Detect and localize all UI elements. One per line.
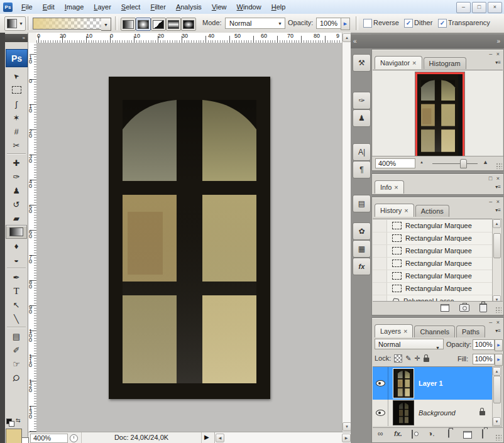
rectangular-marquee-tool[interactable] — [6, 83, 27, 97]
type-tool[interactable]: T — [6, 284, 27, 298]
clone-stamp-tool[interactable]: ♟ — [6, 183, 27, 197]
zoom-in-icon[interactable]: ▲ — [483, 159, 488, 165]
lock-transparency-icon[interactable] — [394, 354, 402, 363]
panel-window-buttons[interactable]: □ × — [489, 175, 501, 182]
tab-close-icon[interactable]: × — [412, 59, 416, 67]
adjustment-layer-icon[interactable]: ◑. — [428, 429, 435, 438]
notes-tool[interactable]: ▤ — [6, 329, 27, 343]
tab-paths[interactable]: Paths — [456, 325, 485, 337]
history-state[interactable]: Rectangular Marquee — [373, 244, 494, 258]
new-document-from-state-button[interactable] — [441, 304, 449, 312]
diamond-gradient-button[interactable] — [181, 18, 196, 31]
menu-edit[interactable]: Edit — [38, 1, 60, 13]
history-source-well[interactable] — [373, 232, 387, 244]
new-group-icon[interactable] — [448, 429, 449, 438]
hand-tool[interactable]: ☞ — [6, 357, 27, 371]
delete-layer-icon[interactable] — [482, 429, 483, 439]
menu-select[interactable]: Select — [116, 1, 146, 13]
status-menu-arrow[interactable]: ▶ — [204, 434, 209, 440]
history-state[interactable]: Rectangular Marquee — [373, 232, 494, 245]
menu-layer[interactable]: Layer — [89, 1, 116, 13]
gradient-preview[interactable] — [33, 18, 102, 30]
move-tool[interactable]: ➤ — [6, 69, 27, 83]
navigator-proxy-view[interactable] — [415, 72, 464, 161]
blend-mode-select[interactable]: Normal ▼ — [375, 339, 444, 349]
character-panel-button[interactable]: A| — [353, 143, 371, 161]
layer-row-background[interactable]: Background — [373, 400, 494, 426]
menu-file[interactable]: File — [16, 1, 38, 13]
paragraph-panel-button[interactable]: ¶ — [353, 161, 371, 178]
close-button[interactable]: × — [488, 2, 502, 13]
tab-info[interactable]: Info× — [375, 180, 404, 194]
new-snapshot-button[interactable] — [459, 304, 469, 312]
blur-tool[interactable]: ♦ — [6, 239, 27, 253]
horizontal-scrollbar[interactable]: ◀ ▶ — [214, 432, 351, 443]
clone-source-panel-button[interactable]: ♟ — [353, 109, 371, 127]
minimize-button[interactable]: – — [456, 2, 471, 13]
angle-gradient-button[interactable] — [151, 18, 166, 31]
pen-tool[interactable]: ✒ — [6, 270, 27, 284]
minimize-icon[interactable]: – — [489, 319, 493, 325]
zoom-tool[interactable]: Ϙ — [6, 371, 27, 385]
tab-histogram[interactable]: Histogram — [424, 57, 466, 69]
history-state[interactable]: Rectangular Marquee — [373, 257, 494, 270]
tab-channels[interactable]: Channels — [414, 325, 454, 337]
tool-presets-panel-button[interactable]: ⚒ — [353, 54, 371, 72]
tab-actions[interactable]: Actions — [415, 205, 449, 217]
layer-thumbnail[interactable] — [393, 401, 414, 425]
canvas-area[interactable] — [36, 43, 342, 432]
panel-resize-grip[interactable] — [495, 307, 501, 313]
close-icon[interactable]: × — [496, 319, 501, 325]
default-colors-widget[interactable]: ⇆ — [6, 417, 23, 427]
layers-scrollbar[interactable]: ▲ ▼ — [492, 366, 502, 427]
panel-menu-icon[interactable]: ▾≡ — [495, 60, 501, 65]
minimize-icon[interactable]: – — [489, 51, 493, 57]
tab-navigator[interactable]: Navigator× — [375, 56, 422, 69]
scroll-down-icon[interactable]: ▼ — [493, 417, 501, 426]
healing-brush-tool[interactable]: ✚ — [6, 156, 27, 170]
panel-window-buttons[interactable]: – × — [489, 199, 501, 205]
styles-panel-button[interactable]: fx — [353, 258, 371, 275]
lock-position-icon[interactable]: ✛ — [415, 354, 420, 363]
scroll-up-icon[interactable]: ▲ — [493, 219, 501, 228]
panel-dock-header[interactable]: » — [371, 35, 504, 48]
menu-window[interactable]: Window — [232, 1, 266, 13]
scroll-down-icon[interactable]: ▼ — [342, 422, 351, 431]
history-state[interactable]: Rectangular Marquee — [373, 270, 494, 283]
eyedropper-tool[interactable]: ✐ — [6, 343, 27, 357]
tab-close-icon[interactable]: × — [394, 183, 398, 191]
panel-menu-icon[interactable]: ▾≡ — [495, 207, 501, 213]
history-source-well[interactable] — [373, 283, 387, 295]
dock-collapse-header[interactable]: « — [351, 35, 371, 48]
fill-slider-arrow[interactable]: ▶ — [495, 354, 503, 366]
close-icon[interactable]: × — [496, 199, 501, 205]
gradient-tool-selected[interactable] — [6, 225, 27, 239]
brush-tool[interactable]: ✑ — [6, 170, 27, 183]
link-layers-icon[interactable]: ∞ — [378, 429, 383, 438]
panel-window-buttons[interactable]: – × — [489, 51, 501, 57]
zoom-level-field[interactable]: 400% — [30, 434, 68, 443]
menu-view[interactable]: View — [207, 1, 232, 13]
tab-close-icon[interactable]: × — [404, 207, 408, 214]
slice-tool[interactable]: ✂ — [6, 138, 27, 152]
layers-opacity-field[interactable]: 100% — [473, 339, 495, 350]
history-source-well[interactable] — [373, 270, 387, 282]
history-source-well[interactable] — [373, 245, 387, 257]
restore-icon[interactable]: □ — [489, 175, 493, 182]
history-scrollbar[interactable]: ▲ ▼ — [492, 219, 502, 305]
close-icon[interactable]: × — [496, 175, 501, 182]
transparency-checkbox[interactable]: ✓ — [438, 19, 447, 28]
history-brush-tool[interactable]: ↺ — [6, 197, 27, 211]
radial-gradient-button[interactable] — [136, 18, 151, 31]
history-state[interactable]: Rectangular Marquee — [373, 282, 494, 295]
menu-analysis[interactable]: Analysis — [171, 1, 207, 13]
history-source-well[interactable] — [373, 258, 387, 270]
add-mask-icon[interactable] — [412, 430, 413, 439]
layer-comps-panel-button[interactable]: ▤ — [353, 195, 371, 212]
layer-name[interactable]: Background — [419, 409, 456, 417]
minimize-icon[interactable]: – — [489, 199, 493, 205]
history-state[interactable]: Rectangular Marquee — [373, 219, 494, 232]
color-panel-button[interactable]: ✿ — [353, 222, 371, 240]
tool-preset-picker[interactable]: ▼ — [4, 16, 26, 31]
scroll-left-icon[interactable]: ◀ — [216, 434, 224, 442]
